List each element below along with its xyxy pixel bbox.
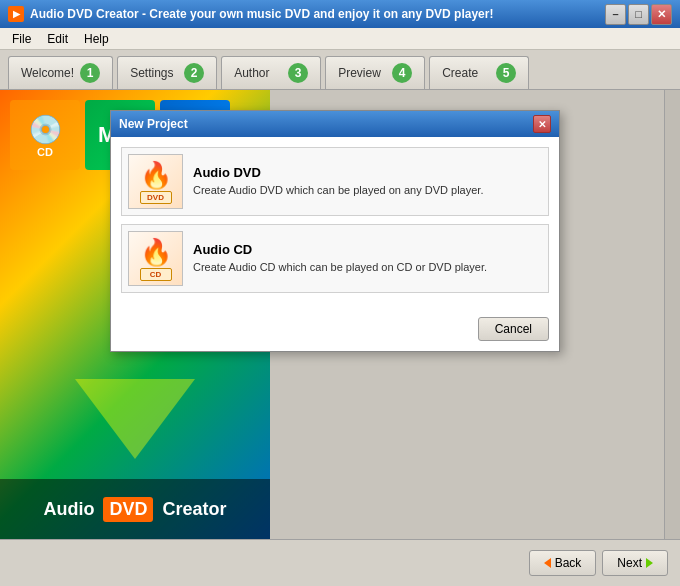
tab-welcome-label: Welcome!	[21, 66, 74, 80]
close-button[interactable]: ✕	[651, 4, 672, 25]
tab-welcome-number: 1	[80, 63, 100, 83]
new-project-dialog: New Project ✕ 🔥 DVD Audio DVD Create Aud…	[110, 110, 560, 352]
dialog-title: New Project	[119, 117, 188, 131]
tab-create-label: Create	[442, 66, 478, 80]
splash-arrow	[0, 379, 270, 459]
tab-preview-label: Preview	[338, 66, 381, 80]
splash-bottom: Audio DVD Creator	[0, 479, 270, 539]
tab-bar: Welcome! 1 Settings 2 Author 3 Preview 4…	[0, 50, 680, 89]
dialog-title-bar: New Project ✕	[111, 111, 559, 137]
minimize-button[interactable]: –	[605, 4, 626, 25]
splash-dvd-text: DVD	[103, 497, 153, 522]
back-button[interactable]: Back	[529, 550, 597, 576]
tab-create[interactable]: Create 5	[429, 56, 529, 89]
content-area: 💿 CD Mp3 WAV Audio DVD Creator New Proje…	[0, 89, 680, 539]
back-arrow-icon	[544, 558, 551, 568]
scrollbar[interactable]	[664, 90, 680, 539]
audio-cd-icon: 🔥 CD	[128, 231, 183, 286]
audio-dvd-info: Audio DVD Create Audio DVD which can be …	[193, 165, 483, 198]
tab-author-number: 3	[288, 63, 308, 83]
bottom-bar: Back Next	[0, 539, 680, 585]
cancel-button[interactable]: Cancel	[478, 317, 549, 341]
menu-help[interactable]: Help	[76, 30, 117, 48]
splash-cd-label: CD	[37, 146, 53, 158]
audio-dvd-label: Audio DVD	[193, 165, 483, 180]
tab-preview[interactable]: Preview 4	[325, 56, 425, 89]
maximize-button[interactable]: □	[628, 4, 649, 25]
tab-author-label: Author	[234, 66, 269, 80]
audio-cd-info: Audio CD Create Audio CD which can be pl…	[193, 242, 487, 275]
arrow-shape	[75, 379, 195, 459]
app-icon: ▶	[8, 6, 24, 22]
audio-dvd-desc: Create Audio DVD which can be played on …	[193, 183, 483, 198]
audio-dvd-option[interactable]: 🔥 DVD Audio DVD Create Audio DVD which c…	[121, 147, 549, 216]
splash-bottom-right: Creator	[163, 499, 227, 520]
tab-welcome[interactable]: Welcome! 1	[8, 56, 113, 89]
audio-dvd-icon: 🔥 DVD	[128, 154, 183, 209]
title-bar: ▶ Audio DVD Creator - Create your own mu…	[0, 0, 680, 28]
dialog-footer: Cancel	[111, 311, 559, 351]
next-button[interactable]: Next	[602, 550, 668, 576]
audio-cd-desc: Create Audio CD which can be played on C…	[193, 260, 487, 275]
next-arrow-icon	[646, 558, 653, 568]
tab-settings-label: Settings	[130, 66, 173, 80]
tab-author[interactable]: Author 3	[221, 56, 321, 89]
menu-file[interactable]: File	[4, 30, 39, 48]
audio-cd-option[interactable]: 🔥 CD Audio CD Create Audio CD which can …	[121, 224, 549, 293]
tab-settings-number: 2	[184, 63, 204, 83]
tab-settings[interactable]: Settings 2	[117, 56, 217, 89]
back-label: Back	[555, 556, 582, 570]
audio-cd-label: Audio CD	[193, 242, 487, 257]
window-title: Audio DVD Creator - Create your own musi…	[30, 7, 605, 21]
splash-bottom-left: Audio	[43, 499, 94, 520]
dialog-body: 🔥 DVD Audio DVD Create Audio DVD which c…	[111, 137, 559, 311]
dialog-close-button[interactable]: ✕	[533, 115, 551, 133]
menu-bar: File Edit Help	[0, 28, 680, 50]
next-label: Next	[617, 556, 642, 570]
splash-cd-icon: 💿 CD	[10, 100, 80, 170]
window-controls: – □ ✕	[605, 4, 672, 25]
menu-edit[interactable]: Edit	[39, 30, 76, 48]
tab-create-number: 5	[496, 63, 516, 83]
tab-preview-number: 4	[392, 63, 412, 83]
